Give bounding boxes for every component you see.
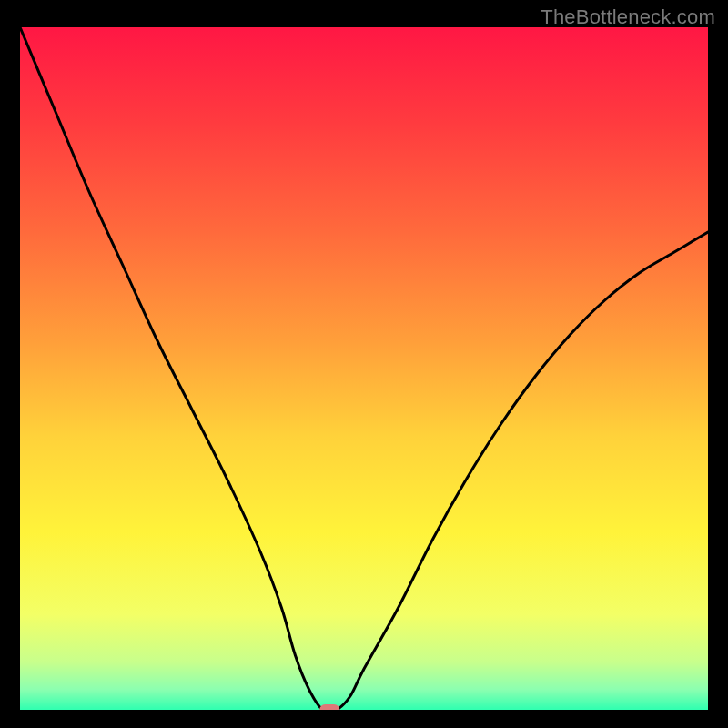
- chart-frame: TheBottleneck.com: [0, 0, 728, 728]
- bottleneck-chart: [20, 27, 708, 710]
- optimum-marker: [319, 704, 339, 710]
- gradient-background: [20, 27, 708, 710]
- watermark-text: TheBottleneck.com: [541, 5, 715, 29]
- plot-area: [20, 27, 708, 710]
